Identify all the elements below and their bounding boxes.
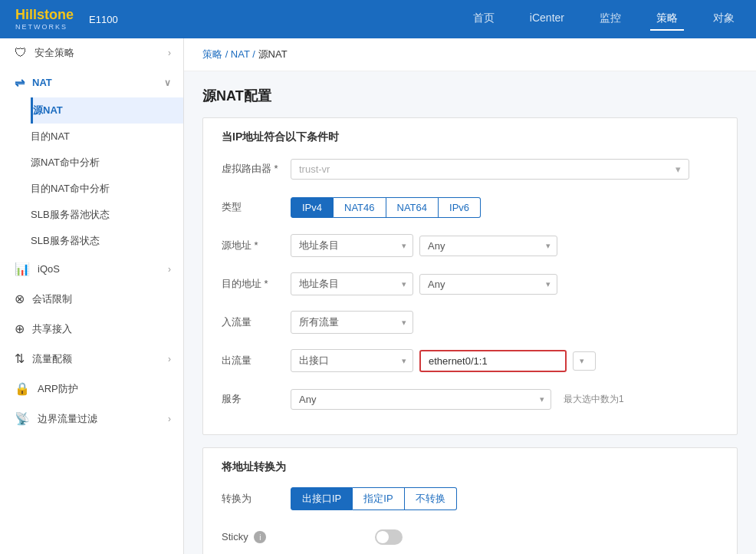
type-button-group: IPv4 NAT46 NAT64 IPv6 (291, 197, 481, 218)
sticky-toggle[interactable] (375, 529, 403, 545)
source-addr-type-arrow: ▾ (402, 241, 406, 251)
nav-objects[interactable]: 对象 (707, 8, 741, 31)
shared-icon: ⊕ (15, 322, 25, 336)
sidebar-item-security[interactable]: 🛡 安全策略 › (0, 38, 183, 68)
nav-policy[interactable]: 策略 (650, 8, 684, 31)
inbound-arrow: ▾ (402, 318, 406, 328)
sidebar-item-slb-server[interactable]: SLB服务器状态 (31, 228, 183, 254)
type-btn-ipv6[interactable]: IPv6 (439, 197, 481, 218)
dest-addr-type-arrow: ▾ (402, 279, 406, 289)
slb-pool-label: SLB服务器池状态 (31, 208, 110, 222)
sidebar-item-dest-nat[interactable]: 目的NAT (31, 124, 183, 150)
breadcrumb-policy[interactable]: 策略 (202, 48, 222, 60)
convert-section-label: 将地址转换为 (222, 460, 718, 474)
dest-addr-value: Any (428, 279, 445, 290)
dest-addr-value-select[interactable]: Any ▾ (419, 274, 557, 295)
type-row: 类型 IPv4 NAT46 NAT64 IPv6 (222, 192, 718, 223)
main-layout: 🛡 安全策略 › ⇌ NAT ∨ 源NAT 目的NAT 源NAT命中分析 目的N… (0, 38, 756, 554)
nav-icenter[interactable]: iCenter (524, 8, 570, 31)
dest-addr-type-select[interactable]: 地址条目 ▾ (291, 272, 413, 295)
outbound-interface-input[interactable] (419, 350, 567, 372)
condition-label: 当IP地址符合以下条件时 (222, 130, 718, 144)
border-arrow-icon: › (168, 414, 171, 424)
nav-home[interactable]: 首页 (467, 8, 501, 31)
service-max-hint: 最大选中数为1 (564, 393, 624, 406)
sidebar-item-slb-pool[interactable]: SLB服务器池状态 (31, 202, 183, 228)
dest-addr-row: 目的地址 * 地址条目 ▾ Any ▾ (222, 269, 718, 299)
sidebar-item-session-limit[interactable]: ⊗ 会话限制 (0, 284, 183, 314)
virtual-router-row: 虚拟路由器 * trust-vr ▾ (222, 153, 718, 184)
vr-label-text: 虚拟路由器 * (222, 163, 278, 174)
nav-monitor[interactable]: 监控 (593, 8, 627, 31)
convert-btn-noconv[interactable]: 不转换 (405, 487, 457, 510)
sidebar-item-nat[interactable]: ⇌ NAT ∨ (0, 68, 183, 97)
dest-addr-value-arrow: ▾ (546, 279, 551, 289)
sidebar-item-label-nat: NAT (32, 77, 52, 88)
service-select[interactable]: Any ▾ (291, 389, 551, 410)
sidebar-item-shared-access[interactable]: ⊕ 共享接入 (0, 314, 183, 344)
type-btn-ipv4[interactable]: IPv4 (291, 197, 334, 218)
nat-submenu: 源NAT 目的NAT 源NAT命中分析 目的NAT命中分析 SLB服务器池状态 … (0, 97, 183, 254)
inbound-label: 入流量 (222, 315, 291, 329)
sidebar-item-source-nat-cmd[interactable]: 源NAT命中分析 (31, 150, 183, 176)
nat-icon: ⇌ (15, 75, 25, 90)
condition-section: 当IP地址符合以下条件时 虚拟路由器 * trust-vr ▾ 类 (202, 117, 738, 435)
sidebar: 🛡 安全策略 › ⇌ NAT ∨ 源NAT 目的NAT 源NAT命中分析 目的N… (0, 38, 184, 554)
sidebar-item-label-border: 边界流量过滤 (38, 412, 97, 426)
sticky-label: Sticky i (222, 531, 375, 544)
nav-menu: 首页 iCenter 监控 策略 对象 (467, 8, 741, 31)
nat-arrow-icon: ∨ (164, 77, 171, 88)
traffic-icon: ⇅ (15, 351, 25, 366)
convert-section: 将地址转换为 转换为 出接口IP 指定IP 不转换 Stic (202, 447, 738, 554)
sidebar-item-arp[interactable]: 🔒 ARP防护 (0, 374, 183, 404)
service-value: Any (299, 394, 316, 405)
logo-sub: NETWORKS (15, 23, 74, 31)
outbound-val-select[interactable]: ▾ (573, 351, 596, 371)
security-arrow-icon: › (168, 48, 171, 58)
outbound-val-arrow: ▾ (580, 356, 584, 366)
sidebar-item-label-shared: 共享接入 (32, 322, 72, 336)
breadcrumb-sep1: / (225, 48, 231, 60)
border-icon: 📡 (15, 411, 30, 426)
service-row: 服务 Any ▾ 最大选中数为1 (222, 384, 718, 414)
outbound-controls: 出接口 ▾ ▾ (291, 349, 718, 372)
page-title: 源NAT配置 (202, 87, 738, 105)
source-addr-type-select[interactable]: 地址条目 ▾ (291, 234, 413, 257)
vr-dropdown-arrow: ▾ (675, 163, 681, 175)
breadcrumb-nat[interactable]: NAT (231, 48, 250, 60)
sidebar-item-dest-nat-cmd[interactable]: 目的NAT命中分析 (31, 176, 183, 202)
breadcrumb: 策略 / NAT / 源NAT (184, 38, 756, 71)
sidebar-item-iqos[interactable]: 📊 iQoS › (0, 254, 183, 284)
dest-addr-type-value: 地址条目 (299, 277, 339, 291)
logo: Hillstone NETWORKS (15, 8, 74, 31)
type-btn-nat46[interactable]: NAT46 (334, 197, 386, 218)
convert-btn-specip[interactable]: 指定IP (353, 487, 404, 510)
dest-addr-label: 目的地址 * (222, 277, 291, 291)
traffic-arrow-icon: › (168, 354, 171, 364)
security-icon: 🛡 (15, 46, 27, 60)
sidebar-item-label-arp: ARP防护 (38, 382, 78, 396)
sidebar-item-border-filter[interactable]: 📡 边界流量过滤 › (0, 404, 183, 434)
virtual-router-select[interactable]: trust-vr ▾ (291, 159, 689, 180)
source-addr-value-arrow: ▾ (546, 241, 551, 251)
model-label: E1100 (89, 14, 118, 25)
sidebar-item-source-nat[interactable]: 源NAT (31, 97, 183, 124)
virtual-router-label: 虚拟路由器 * (222, 162, 291, 176)
vr-placeholder: trust-vr (299, 163, 330, 175)
outbound-type-select[interactable]: 出接口 ▾ (291, 349, 413, 372)
convert-button-group: 出接口IP 指定IP 不转换 (291, 487, 457, 510)
type-btn-nat64[interactable]: NAT64 (386, 197, 439, 218)
source-addr-row: 源地址 * 地址条目 ▾ Any ▾ (222, 230, 718, 261)
sticky-info-icon[interactable]: i (254, 531, 266, 543)
vr-controls: trust-vr ▾ (291, 159, 718, 180)
service-arrow: ▾ (540, 394, 544, 404)
source-addr-label: 源地址 * (222, 239, 291, 252)
sidebar-item-traffic-alloc[interactable]: ⇅ 流量配额 › (0, 344, 183, 374)
session-icon: ⊗ (15, 292, 25, 306)
source-addr-value-select[interactable]: Any ▾ (419, 236, 557, 256)
inbound-select[interactable]: 所有流量 ▾ (291, 311, 413, 334)
convert-btn-outip[interactable]: 出接口IP (291, 487, 353, 510)
sticky-row: Sticky i (222, 522, 718, 552)
sidebar-item-label-session: 会话限制 (32, 292, 72, 306)
content-area: 源NAT配置 当IP地址符合以下条件时 虚拟路由器 * trust-vr ▾ (184, 71, 756, 554)
